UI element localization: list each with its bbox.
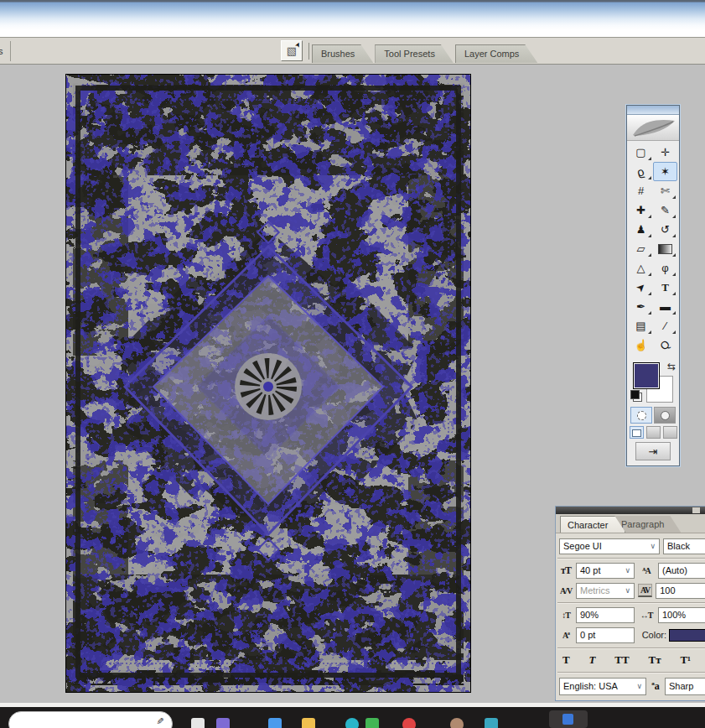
tab-brushes[interactable]: Brushes bbox=[312, 44, 373, 63]
taskbar-app-light-icon[interactable] bbox=[191, 718, 205, 728]
tool-hand[interactable]: ☝ bbox=[629, 335, 653, 355]
taskbar-app-red-icon[interactable] bbox=[402, 718, 416, 728]
taskbar-app-green-icon[interactable] bbox=[365, 718, 379, 728]
rug-image bbox=[66, 75, 470, 692]
taskbar-app-tan-icon[interactable] bbox=[450, 718, 464, 728]
tool-zoom[interactable]: Q bbox=[653, 335, 677, 355]
taskbar-search[interactable]: ✎ bbox=[8, 711, 173, 728]
tool-palette-titlebar[interactable] bbox=[627, 106, 679, 115]
tab-character[interactable]: Character bbox=[560, 516, 625, 533]
path-selection-icon: ➤ bbox=[633, 279, 648, 294]
tab-layer-comps[interactable]: Layer Comps bbox=[455, 44, 537, 63]
tool-spot-healing-brush[interactable]: ✚ bbox=[629, 200, 653, 220]
active-app-icon bbox=[562, 714, 573, 725]
tab-paragraph[interactable]: Paragraph bbox=[614, 516, 681, 533]
taskbar-app-teal-icon[interactable] bbox=[345, 718, 359, 728]
tool-rectangle-shape[interactable]: ▬ bbox=[653, 297, 677, 316]
tool-lasso[interactable]: ϱ bbox=[629, 162, 653, 181]
standard-mode-button[interactable] bbox=[630, 407, 652, 424]
tool-history-brush[interactable]: ↺ bbox=[653, 220, 677, 239]
edit-mode-buttons bbox=[627, 407, 679, 424]
faux-bold-button[interactable]: T bbox=[561, 653, 572, 667]
fullscreen-menubar-mode-button[interactable] bbox=[646, 426, 661, 439]
imageready-row: ⇥ bbox=[627, 442, 679, 460]
foreground-color-swatch[interactable] bbox=[633, 362, 660, 389]
kerning-select[interactable]: Metrics ∨ bbox=[576, 583, 635, 599]
font-style-select[interactable]: Black bbox=[663, 538, 705, 554]
swap-colors-icon[interactable]: ⇆ bbox=[667, 361, 676, 372]
text-color-swatch[interactable] bbox=[669, 629, 705, 642]
tracking-icon: AV bbox=[638, 584, 652, 597]
tool-eyedropper[interactable]: ∕ bbox=[653, 316, 677, 335]
taskbar-folder-icon[interactable] bbox=[302, 718, 315, 728]
taskbar-app-blue-icon[interactable] bbox=[268, 718, 282, 728]
options-divider bbox=[10, 41, 11, 61]
palette-well-separator bbox=[308, 43, 309, 60]
chevron-down-icon: ∨ bbox=[650, 542, 656, 550]
imageready-icon: ⇥ bbox=[649, 445, 658, 458]
tool-magic-wand[interactable]: ✶ bbox=[653, 162, 677, 181]
font-size-select[interactable]: 40 pt ∨ bbox=[576, 563, 635, 579]
tool-clone-stamp[interactable]: ♟ bbox=[629, 220, 653, 239]
baseline-shift-field[interactable]: 0 pt bbox=[576, 627, 635, 643]
tool-path-selection[interactable]: ➤ bbox=[629, 278, 653, 297]
tool-move[interactable]: ✛ bbox=[653, 143, 677, 162]
taskbar-app-cyan-icon[interactable] bbox=[485, 718, 498, 728]
tool-eraser[interactable]: ▱ bbox=[629, 239, 653, 258]
fullscreen-mode-button[interactable] bbox=[663, 426, 677, 439]
tracking-field[interactable]: 100 bbox=[656, 583, 705, 599]
vertical-scale-field[interactable]: 90% bbox=[576, 607, 635, 623]
blur-icon: △ bbox=[637, 262, 645, 274]
hand-icon: ☝ bbox=[634, 339, 647, 351]
slice-icon: ✄ bbox=[661, 185, 670, 197]
superscript-button[interactable]: T¹ bbox=[678, 653, 692, 667]
tool-crop[interactable]: # bbox=[629, 181, 653, 200]
magic-wand-icon: ✶ bbox=[661, 165, 670, 178]
small-caps-button[interactable]: Tᴛ bbox=[647, 653, 663, 667]
lasso-icon: ϱ bbox=[635, 164, 646, 179]
font-family-select[interactable]: Segoe UI ∨ bbox=[559, 538, 660, 554]
panel-close-icon[interactable] bbox=[692, 507, 700, 513]
faux-italic-button[interactable]: T bbox=[588, 653, 598, 667]
options-fragment: s bbox=[0, 46, 3, 56]
options-bar: s ▧ ➤ Brushes Tool Presets Layer Comps bbox=[0, 37, 705, 65]
leading-field[interactable]: (Auto) bbox=[658, 563, 705, 579]
tool-type[interactable]: T bbox=[653, 278, 677, 297]
anti-alias-select[interactable]: Sharp bbox=[665, 678, 705, 695]
document-canvas[interactable] bbox=[65, 74, 471, 693]
horizontal-scale-icon: ↔T bbox=[635, 611, 658, 620]
taskbar-active-app[interactable] bbox=[549, 710, 588, 728]
tab-tool-presets[interactable]: Tool Presets bbox=[375, 44, 454, 63]
standard-screen-mode-button[interactable] bbox=[630, 426, 644, 439]
horizontal-scale-field[interactable]: 100% bbox=[658, 607, 705, 623]
leading-icon: ᴬA bbox=[635, 566, 658, 575]
language-select[interactable]: English: USA ∨ bbox=[559, 678, 646, 695]
spot-healing-brush-icon: ✚ bbox=[636, 204, 645, 216]
chevron-down-icon: ∨ bbox=[625, 586, 630, 595]
chevron-down-icon: ∨ bbox=[625, 566, 630, 575]
standard-mode-icon bbox=[637, 411, 646, 420]
jump-to-imageready-button[interactable]: ⇥ bbox=[635, 442, 671, 460]
taskbar-app-purple-icon[interactable] bbox=[216, 718, 230, 728]
quick-mask-mode-button[interactable] bbox=[654, 407, 676, 424]
color-label: Color: bbox=[633, 630, 666, 640]
crop-icon: # bbox=[638, 185, 644, 197]
character-panel-titlebar[interactable] bbox=[556, 507, 705, 514]
tool-dodge[interactable]: φ bbox=[653, 258, 677, 278]
tool-pen[interactable]: ✒ bbox=[629, 297, 653, 316]
tool-brush[interactable]: ✎ bbox=[653, 200, 677, 220]
tool-notes[interactable]: ▤ bbox=[629, 316, 653, 335]
brush-icon: ✎ bbox=[661, 204, 670, 216]
tool-blur[interactable]: △ bbox=[629, 258, 653, 278]
tool-slice[interactable]: ✄ bbox=[653, 181, 677, 200]
all-caps-button[interactable]: TT bbox=[613, 653, 630, 667]
file-browser-button[interactable]: ▧ ➤ bbox=[281, 40, 303, 61]
tool-rectangular-marquee[interactable]: ▢ bbox=[629, 143, 653, 162]
tool-gradient[interactable] bbox=[653, 239, 677, 258]
eraser-icon: ▱ bbox=[637, 242, 645, 255]
type-icon: T bbox=[661, 281, 669, 294]
default-colors-icon[interactable] bbox=[630, 390, 642, 402]
color-swatches: ⇆ bbox=[627, 360, 679, 403]
gradient-icon bbox=[658, 244, 672, 254]
notes-icon: ▤ bbox=[635, 320, 645, 332]
